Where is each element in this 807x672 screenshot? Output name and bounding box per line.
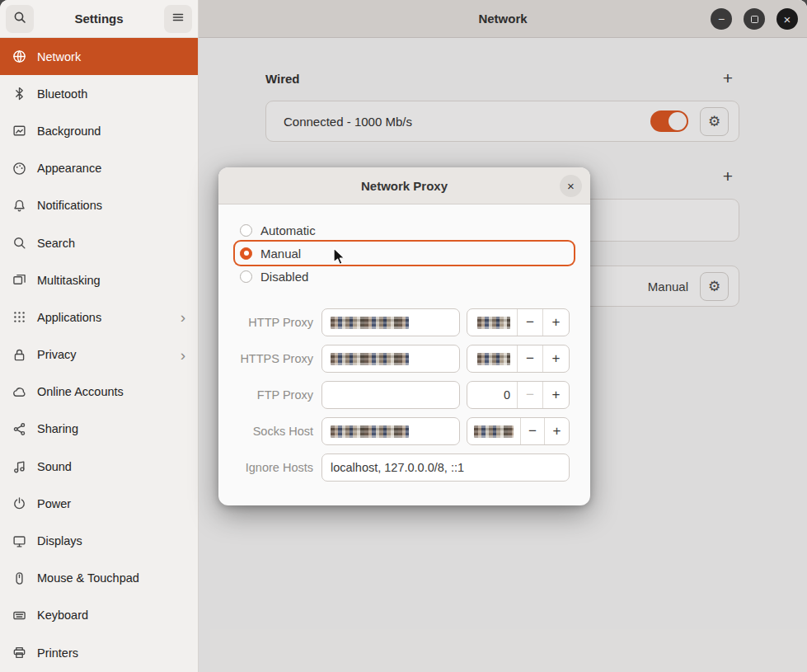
mouse-icon xyxy=(12,571,26,585)
radio-checked-icon xyxy=(240,247,252,260)
plus-icon: + xyxy=(552,350,561,367)
plus-icon: + xyxy=(553,423,561,439)
spin-minus-button[interactable]: − xyxy=(518,382,543,408)
grid-icon xyxy=(12,310,26,324)
spin-plus-button[interactable]: + xyxy=(543,309,569,336)
sidebar-item-online-accounts[interactable]: Online Accounts xyxy=(0,374,198,411)
redacted-value xyxy=(477,353,510,365)
sidebar-item-label: Displays xyxy=(37,534,82,547)
background-icon xyxy=(12,124,26,138)
sidebar-item-keyboard[interactable]: Keyboard xyxy=(0,597,198,634)
field-label: Socks Host xyxy=(235,425,313,438)
search-button[interactable] xyxy=(6,5,34,33)
socks-host-row: Socks Host − + xyxy=(235,417,574,445)
network-proxy-dialog: Network Proxy × Automatic Manual Disable… xyxy=(218,167,590,505)
cloud-icon xyxy=(12,385,26,399)
sidebar-item-label: Privacy xyxy=(37,348,77,361)
radio-icon xyxy=(240,270,252,283)
proxy-option-manual[interactable]: Manual xyxy=(235,242,574,265)
chevron-right-icon: › xyxy=(181,347,185,363)
sidebar: Settings Network Bluetooth Background xyxy=(0,0,199,672)
sidebar-item-search[interactable]: Search xyxy=(0,224,198,261)
sidebar-item-label: Search xyxy=(37,237,75,250)
http-proxy-input[interactable] xyxy=(321,308,460,336)
search-icon xyxy=(13,11,26,27)
main-pane: Network − × Wired + Connected - 1000 Mb/… xyxy=(199,0,807,672)
spin-minus-button[interactable]: − xyxy=(518,309,543,336)
sidebar-item-appearance[interactable]: Appearance xyxy=(0,150,198,187)
spin-plus-button[interactable]: + xyxy=(543,382,569,408)
power-icon xyxy=(12,496,26,510)
sidebar-item-label: Sharing xyxy=(37,422,78,435)
close-icon: × xyxy=(567,179,575,193)
sidebar-headerbar: Settings xyxy=(0,0,198,38)
https-proxy-input[interactable] xyxy=(321,345,460,373)
windows-icon xyxy=(12,273,26,287)
spin-plus-button[interactable]: + xyxy=(543,345,569,372)
dialog-headerbar: Network Proxy × xyxy=(218,167,590,204)
minus-icon: − xyxy=(526,314,534,331)
sidebar-item-label: Printers xyxy=(37,646,78,660)
sidebar-item-mouse-touchpad[interactable]: Mouse & Touchpad xyxy=(0,560,198,597)
spinner-value xyxy=(467,309,518,336)
spinner-value: 0 xyxy=(467,382,518,408)
ignore-hosts-input[interactable]: localhost, 127.0.0.0/8, ::1 xyxy=(321,453,570,482)
sidebar-item-applications[interactable]: Applications › xyxy=(0,298,198,336)
redacted-value xyxy=(477,317,510,329)
music-note-icon xyxy=(12,459,26,473)
sidebar-item-background[interactable]: Background xyxy=(0,112,198,149)
option-label: Manual xyxy=(260,247,301,261)
sidebar-item-printers[interactable]: Printers xyxy=(0,634,198,671)
sidebar-item-label: Online Accounts xyxy=(37,385,124,398)
hamburger-icon xyxy=(171,11,185,27)
field-label: HTTPS Proxy xyxy=(235,352,313,365)
printer-icon xyxy=(12,646,26,660)
sidebar-item-privacy[interactable]: Privacy › xyxy=(0,336,198,374)
magnifier-icon xyxy=(12,236,26,250)
lock-icon xyxy=(12,348,26,362)
sidebar-item-bluetooth[interactable]: Bluetooth xyxy=(0,75,198,112)
proxy-option-disabled[interactable]: Disabled xyxy=(235,265,574,288)
spin-plus-button[interactable]: + xyxy=(545,418,569,444)
http-port-spinner[interactable]: − + xyxy=(467,308,570,336)
settings-window: Settings Network Bluetooth Background xyxy=(0,0,807,672)
http-proxy-row: HTTP Proxy − + xyxy=(235,308,574,336)
socks-port-spinner[interactable]: − + xyxy=(467,417,570,445)
sidebar-item-notifications[interactable]: Notifications xyxy=(0,187,198,224)
sidebar-item-label: Network xyxy=(37,50,81,63)
sidebar-item-displays[interactable]: Displays xyxy=(0,522,198,559)
menu-button[interactable] xyxy=(164,5,192,33)
spinner-value xyxy=(467,418,521,444)
https-port-spinner[interactable]: − + xyxy=(467,345,570,373)
field-label: FTP Proxy xyxy=(235,388,313,402)
radio-icon xyxy=(240,224,252,237)
sidebar-item-label: Multitasking xyxy=(37,274,101,287)
sidebar-item-power[interactable]: Power xyxy=(0,485,198,522)
proxy-form: HTTP Proxy − + HTTPS Proxy − xyxy=(235,308,574,482)
ftp-proxy-input[interactable] xyxy=(321,381,460,409)
https-proxy-row: HTTPS Proxy − + xyxy=(235,345,574,373)
spin-minus-button[interactable]: − xyxy=(521,418,545,444)
sidebar-item-sharing[interactable]: Sharing xyxy=(0,411,198,448)
input-value: localhost, 127.0.0.0/8, ::1 xyxy=(331,461,464,474)
socks-host-input[interactable] xyxy=(321,417,460,445)
redacted-value xyxy=(331,353,409,365)
sidebar-item-label: Keyboard xyxy=(37,609,88,622)
option-label: Automatic xyxy=(260,223,316,237)
sidebar-item-label: Mouse & Touchpad xyxy=(37,571,139,585)
ignore-hosts-row: Ignore Hosts localhost, 127.0.0.0/8, ::1 xyxy=(235,453,574,482)
sidebar-item-sound[interactable]: Sound xyxy=(0,448,198,485)
sidebar-item-network[interactable]: Network xyxy=(0,38,198,75)
network-icon xyxy=(12,49,26,63)
ftp-proxy-row: FTP Proxy 0 − + xyxy=(235,381,574,409)
ftp-port-spinner[interactable]: 0 − + xyxy=(467,381,570,409)
minus-icon: − xyxy=(526,350,534,367)
share-icon xyxy=(12,422,26,436)
dialog-close-button[interactable]: × xyxy=(560,175,582,197)
spinner-value xyxy=(467,345,518,372)
minus-icon: − xyxy=(526,387,534,403)
spin-minus-button[interactable]: − xyxy=(518,345,543,372)
sidebar-item-multitasking[interactable]: Multitasking xyxy=(0,261,198,298)
proxy-option-automatic[interactable]: Automatic xyxy=(235,219,574,242)
appearance-icon xyxy=(12,162,26,176)
